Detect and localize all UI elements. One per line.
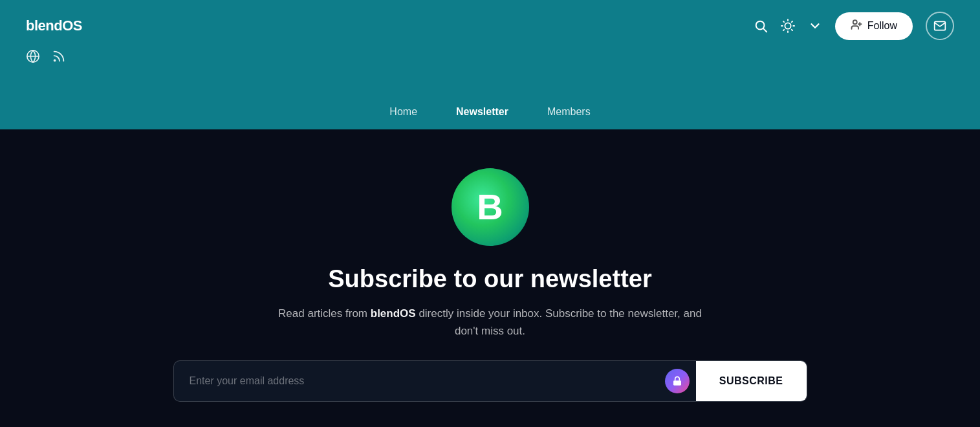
site-header: blendOS bbox=[0, 0, 980, 129]
svg-line-9 bbox=[783, 30, 784, 30]
theme-toggle-button[interactable] bbox=[781, 19, 795, 33]
page-description: Read articles from blendOS directly insi… bbox=[270, 305, 710, 340]
mail-button[interactable] bbox=[926, 12, 954, 40]
svg-point-11 bbox=[853, 20, 857, 24]
svg-point-2 bbox=[785, 23, 790, 28]
follow-plus-icon bbox=[851, 19, 862, 34]
svg-rect-17 bbox=[673, 381, 681, 386]
lock-icon-wrap bbox=[659, 369, 696, 393]
header-controls: Follow bbox=[754, 12, 954, 40]
nav-newsletter[interactable]: Newsletter bbox=[456, 106, 508, 118]
brand-avatar: B bbox=[452, 168, 529, 246]
svg-line-5 bbox=[783, 21, 784, 22]
avatar-letter: B bbox=[477, 189, 503, 225]
subscribe-button[interactable]: SUBSCRIBE bbox=[696, 361, 807, 401]
main-content: B Subscribe to our newsletter Read artic… bbox=[0, 129, 980, 427]
description-prefix: Read articles from bbox=[278, 307, 371, 320]
rss-icon[interactable] bbox=[52, 49, 66, 63]
svg-point-16 bbox=[54, 60, 56, 61]
email-input[interactable] bbox=[174, 361, 659, 401]
header-top-bar: blendOS bbox=[26, 0, 954, 45]
search-button[interactable] bbox=[754, 19, 768, 33]
nav-home[interactable]: Home bbox=[389, 106, 417, 118]
svg-line-1 bbox=[763, 28, 767, 32]
svg-line-6 bbox=[792, 30, 792, 30]
header-social-icons bbox=[26, 49, 954, 70]
lock-icon bbox=[665, 369, 690, 393]
follow-label: Follow bbox=[867, 20, 897, 32]
globe-icon[interactable] bbox=[26, 49, 40, 63]
menu-chevron-button[interactable] bbox=[808, 19, 822, 33]
site-logo: blendOS bbox=[26, 17, 82, 34]
page-title: Subscribe to our newsletter bbox=[328, 265, 651, 293]
description-suffix: directly inside your inbox. Subscribe to… bbox=[416, 307, 702, 337]
follow-button[interactable]: Follow bbox=[835, 12, 913, 40]
main-nav: Home Newsletter Members bbox=[26, 106, 954, 129]
svg-line-10 bbox=[792, 21, 792, 22]
description-brand: blendOS bbox=[371, 307, 416, 320]
nav-members[interactable]: Members bbox=[547, 106, 591, 118]
subscribe-form: SUBSCRIBE bbox=[173, 360, 807, 402]
